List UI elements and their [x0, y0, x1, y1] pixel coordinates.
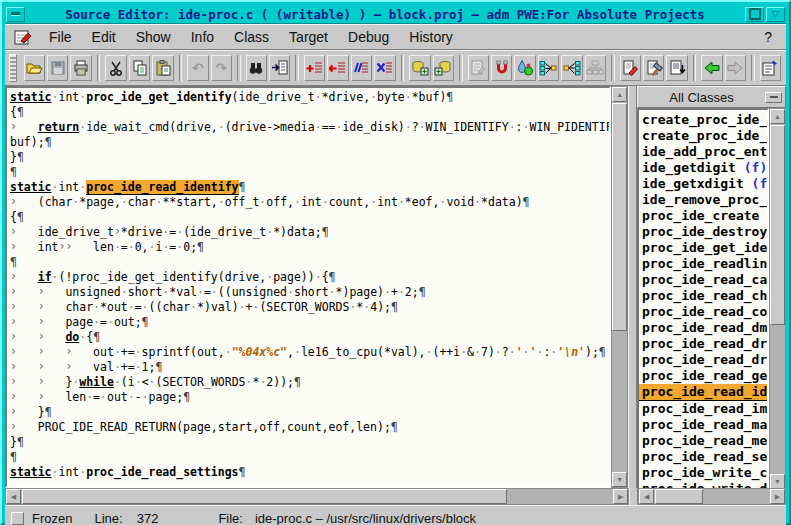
edit-source-button[interactable]: [620, 55, 641, 81]
code-line[interactable]: }¶: [10, 405, 609, 420]
scroll-right-button[interactable]: ▶: [613, 489, 628, 504]
code-line[interactable]: char·*out·=·((char·*)val)·+·(SECTOR_WORD…: [10, 300, 609, 315]
code-area[interactable]: static·int·proc_ide_get_identify(ide_dri…: [5, 86, 611, 488]
classes-panel-header[interactable]: All Classes: [637, 86, 786, 108]
class-list-item[interactable]: proc_ide_get_iden: [639, 240, 767, 256]
code-line[interactable]: val·+=·1;¶: [10, 360, 609, 375]
indent-decrease-button[interactable]: [327, 55, 348, 81]
titlebar[interactable]: Source Editor: ide-proc.c ( (writable) )…: [5, 5, 786, 24]
menu-history[interactable]: History: [399, 27, 463, 47]
class-list-item[interactable]: create_proc_ide_i: [639, 128, 767, 144]
list-vscroll-thumb[interactable]: [770, 125, 785, 325]
code-line[interactable]: ide_drive_t *drive·=·(ide_drive_t·*)data…: [10, 225, 609, 240]
class-list-item[interactable]: proc_ide_read_set: [639, 449, 767, 465]
class-list-item[interactable]: proc_ide_read_dme: [639, 320, 767, 336]
navigate-back-button[interactable]: [701, 55, 722, 81]
class-list-item[interactable]: proc_ide_create: [639, 208, 767, 224]
open-button[interactable]: [24, 55, 45, 81]
tree-merge-button[interactable]: [561, 55, 582, 81]
class-list-item[interactable]: proc_ide_read_dri: [639, 352, 767, 368]
class-list-item[interactable]: proc_ide_read_imo: [639, 401, 767, 417]
edit-form-button[interactable]: [468, 55, 489, 81]
code-line[interactable]: static·int·proc_ide_read_identify¶: [10, 180, 609, 195]
class-list-item[interactable]: proc_ide_destroy: [639, 224, 767, 240]
print-button[interactable]: [70, 55, 91, 81]
editor-horizontal-scrollbar[interactable]: ◀ ▶: [5, 488, 629, 505]
comment-button[interactable]: [351, 55, 372, 81]
code-line[interactable]: (char·*page,·char·**start,·off_t·off,·in…: [10, 195, 609, 210]
menu-class[interactable]: Class: [224, 27, 279, 47]
code-line[interactable]: ¶: [10, 165, 609, 180]
class-list-item-selected[interactable]: proc_ide_read_ide: [639, 384, 767, 401]
class-list-item[interactable]: proc_ide_read_mat: [639, 417, 767, 433]
editor-vscroll-thumb[interactable]: [612, 103, 627, 331]
properties-button[interactable]: [760, 55, 781, 81]
code-line[interactable]: }¶: [10, 435, 609, 450]
paste-button[interactable]: [152, 55, 173, 81]
class-list-item[interactable]: proc_ide_read_con: [639, 304, 767, 320]
menu-info[interactable]: Info: [181, 27, 224, 47]
scroll-left-button[interactable]: ◀: [6, 489, 21, 504]
class-list[interactable]: create_proc_ide_dcreate_proc_ide_iide_ad…: [637, 108, 769, 515]
code-line[interactable]: static·int·proc_ide_get_identify(ide_dri…: [10, 90, 609, 105]
build-button[interactable]: [643, 55, 664, 81]
menu-target[interactable]: Target: [279, 27, 338, 47]
code-line[interactable]: out·+=·sprintf(out,·"%04x%c",·le16_to_cp…: [10, 345, 609, 360]
class-list-item[interactable]: ide_remove_proc_e: [639, 192, 767, 208]
class-list-item[interactable]: proc_ide_read_cap: [639, 272, 767, 288]
code-line[interactable]: return·ide_wait_cmd(drive,·(drive->media…: [10, 120, 609, 135]
code-line[interactable]: len·=·out·-·page;¶: [10, 390, 609, 405]
class-list-item[interactable]: ide_add_proc_entr: [639, 144, 767, 160]
code-line[interactable]: int len·=·0,·i·=·0;¶: [10, 240, 609, 255]
scroll-left-button[interactable]: ◀: [639, 489, 654, 504]
pane-divider-grip[interactable]: [629, 488, 638, 505]
frozen-toggle[interactable]: [11, 512, 24, 525]
class-list-item[interactable]: proc_ide_read_geo: [639, 368, 767, 384]
window-menu-button[interactable]: [6, 7, 25, 22]
code-line[interactable]: if·(!proc_ide_get_identify(drive,·page))…: [10, 270, 609, 285]
copy-to-database-button[interactable]: [409, 55, 430, 81]
goto-line-button[interactable]: [269, 55, 290, 81]
panel-collapse-button[interactable]: [765, 92, 782, 103]
maximize-button[interactable]: [745, 7, 764, 22]
class-list-item[interactable]: proc_ide_read_cha: [639, 288, 767, 304]
pane-divider[interactable]: [628, 86, 637, 488]
hierarchy-button[interactable]: [585, 55, 606, 81]
add-from-database-button[interactable]: [433, 55, 454, 81]
menu-debug[interactable]: Debug: [338, 27, 399, 47]
tree-expand-button[interactable]: [538, 55, 559, 81]
find-button[interactable]: [246, 55, 267, 81]
save-button[interactable]: [47, 55, 68, 81]
list-vertical-scrollbar[interactable]: ▲ ▼: [769, 108, 786, 490]
editor-hscroll-thumb[interactable]: [22, 489, 507, 504]
code-line[interactable]: {¶: [10, 105, 609, 120]
code-line[interactable]: ¶: [10, 255, 609, 270]
colorize-button[interactable]: [514, 55, 535, 81]
indent-increase-button[interactable]: [304, 55, 325, 81]
code-line[interactable]: buf);¶: [10, 135, 609, 150]
shade-button[interactable]: ▽: [766, 7, 785, 22]
list-hscroll-thumb[interactable]: [655, 489, 703, 504]
editor-vertical-scrollbar[interactable]: ▲ ▼: [611, 86, 628, 488]
code-line[interactable]: }¶: [10, 150, 609, 165]
log-document-button[interactable]: [666, 55, 687, 81]
code-line[interactable]: }·while·(i·<·(SECTOR_WORDS·*·2));¶: [10, 375, 609, 390]
scroll-up-button[interactable]: ▲: [770, 109, 785, 124]
class-list-item[interactable]: proc_ide_read_dri: [639, 336, 767, 352]
magnet-button[interactable]: [491, 55, 512, 81]
undo-button[interactable]: ↶: [187, 55, 208, 81]
cut-button[interactable]: [105, 55, 126, 81]
menu-file[interactable]: File: [39, 27, 82, 47]
scroll-right-button[interactable]: ▶: [770, 489, 785, 504]
redo-button[interactable]: ↷: [211, 55, 232, 81]
scroll-down-button[interactable]: ▼: [770, 474, 785, 489]
code-line[interactable]: PROC_IDE_READ_RETURN(page,start,off,coun…: [10, 420, 609, 435]
menu-show[interactable]: Show: [126, 27, 181, 47]
navigate-forward-button[interactable]: [725, 55, 746, 81]
code-line[interactable]: unsigned·short·*val·=·((unsigned·short·*…: [10, 285, 609, 300]
code-line[interactable]: static·int·proc_ide_read_settings¶: [10, 465, 609, 480]
code-line[interactable]: ¶: [10, 450, 609, 465]
class-list-item[interactable]: proc_ide_write_co: [639, 465, 767, 481]
menu-edit[interactable]: Edit: [82, 27, 126, 47]
class-list-item[interactable]: ide_getdigit (f): [639, 160, 767, 176]
